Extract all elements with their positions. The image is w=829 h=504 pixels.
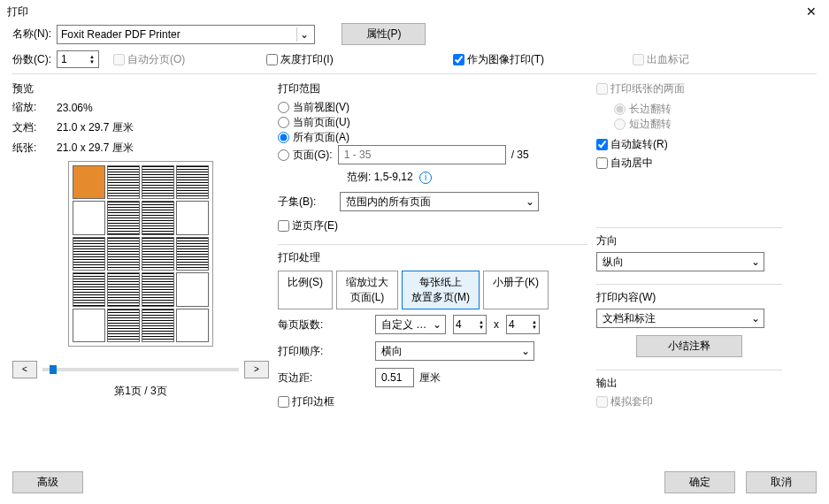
radio-flip-short: 短边翻转 xyxy=(614,118,672,130)
simulate-checkbox: 模拟套印 xyxy=(596,395,653,408)
page-slider[interactable] xyxy=(42,368,239,371)
ok-button[interactable]: 确定 xyxy=(664,471,735,493)
margin-label: 页边距: xyxy=(278,370,375,386)
advanced-button[interactable]: 高级 xyxy=(12,471,83,493)
radio-current-page[interactable]: 当前页面(U) xyxy=(278,116,350,128)
x-separator: x xyxy=(494,318,499,331)
subset-select[interactable]: 范围内的所有页面⌄ xyxy=(340,192,539,211)
radio-current-view[interactable]: 当前视图(V) xyxy=(278,101,349,113)
summarize-button[interactable]: 小结注释 xyxy=(636,335,742,357)
margin-unit: 厘米 xyxy=(419,370,441,386)
per-sheet-x-spinner[interactable]: 4▲▼ xyxy=(453,315,487,334)
border-checkbox[interactable]: 打印边框 xyxy=(278,395,334,408)
duplex-checkbox: 打印纸张的两面 xyxy=(596,82,685,95)
content-select[interactable]: 文档和标注⌄ xyxy=(596,309,764,328)
page-info: 第1页 / 3页 xyxy=(12,384,269,399)
copies-spinner[interactable]: 1 ▲▼ xyxy=(57,50,99,68)
close-icon[interactable]: ✕ xyxy=(801,4,822,19)
chevron-down-icon: ⌄ xyxy=(521,345,530,357)
order-select[interactable]: 横向⌄ xyxy=(375,341,534,361)
pages-total: / 35 xyxy=(511,149,529,161)
content-heading: 打印内容(W) xyxy=(596,290,782,305)
radio-all-pages[interactable]: 所有页面(A) xyxy=(278,131,349,143)
title-bar: 打印 ✕ xyxy=(0,0,829,23)
per-sheet-y-spinner[interactable]: 4▲▼ xyxy=(506,315,540,334)
chevron-down-icon: ⌄ xyxy=(751,256,760,268)
orientation-heading: 方向 xyxy=(596,233,782,248)
info-icon[interactable]: i xyxy=(419,172,432,184)
chevron-down-icon: ⌄ xyxy=(433,318,441,331)
chevron-down-icon: ⌄ xyxy=(526,195,534,208)
pages-input[interactable] xyxy=(338,145,506,164)
auto-rotate-checkbox[interactable]: 自动旋转(R) xyxy=(596,138,668,150)
cancel-button[interactable]: 取消 xyxy=(746,471,817,493)
reverse-checkbox[interactable]: 逆页序(E) xyxy=(278,219,338,232)
tab-poster[interactable]: 缩放过大 页面(L) xyxy=(336,271,398,309)
bleed-checkbox: 出血标记 xyxy=(633,52,689,67)
doc-value: 21.0 x 29.7 厘米 xyxy=(57,120,134,135)
pages-example: 范例: 1,5-9,12 xyxy=(347,171,413,183)
margin-input[interactable] xyxy=(375,368,414,387)
chevron-down-icon: ⌄ xyxy=(296,27,311,42)
next-page-button[interactable]: > xyxy=(244,361,269,378)
grayscale-checkbox[interactable]: 灰度打印(I) xyxy=(266,52,333,67)
copies-value: 1 xyxy=(61,53,67,65)
handling-heading: 打印处理 xyxy=(278,250,587,265)
printer-value: Foxit Reader PDF Printer xyxy=(61,28,180,41)
properties-button[interactable]: 属性(P) xyxy=(342,23,426,45)
per-sheet-label: 每页版数: xyxy=(278,317,375,332)
zoom-value: 23.06% xyxy=(57,102,93,114)
paper-value: 21.0 x 29.7 厘米 xyxy=(57,141,134,156)
output-heading: 输出 xyxy=(596,376,782,391)
orientation-select[interactable]: 纵向⌄ xyxy=(596,252,764,271)
tab-multi[interactable]: 每张纸上 放置多页(M) xyxy=(402,271,480,309)
per-sheet-select[interactable]: 自定义 …⌄ xyxy=(375,315,446,334)
chevron-down-icon: ⌄ xyxy=(751,312,760,325)
window-title: 打印 xyxy=(7,4,28,19)
order-label: 打印顺序: xyxy=(278,344,375,359)
range-heading: 打印范围 xyxy=(278,81,587,96)
prev-page-button[interactable]: < xyxy=(12,361,37,378)
zoom-label: 缩放: xyxy=(12,100,57,115)
printer-name-label: 名称(N): xyxy=(12,27,57,42)
preview-thumbnail xyxy=(68,161,213,347)
preview-heading: 预览 xyxy=(12,81,269,96)
tab-booklet[interactable]: 小册子(K) xyxy=(483,271,549,309)
subset-label: 子集(B): xyxy=(278,195,340,210)
tab-size[interactable]: 比例(S) xyxy=(278,271,333,309)
as-image-checkbox[interactable]: 作为图像打印(T) xyxy=(453,52,544,67)
radio-flip-long: 长边翻转 xyxy=(614,103,672,115)
collate-checkbox: 自动分页(O) xyxy=(113,52,185,67)
spinner-arrows-icon[interactable]: ▲▼ xyxy=(89,54,95,65)
copies-label: 份数(C): xyxy=(12,52,57,67)
doc-label: 文档: xyxy=(12,120,57,135)
paper-label: 纸张: xyxy=(12,141,57,156)
radio-pages[interactable]: 页面(G): xyxy=(278,148,333,163)
auto-center-checkbox[interactable]: 自动居中 xyxy=(596,157,653,169)
printer-select[interactable]: Foxit Reader PDF Printer ⌄ xyxy=(57,25,315,44)
